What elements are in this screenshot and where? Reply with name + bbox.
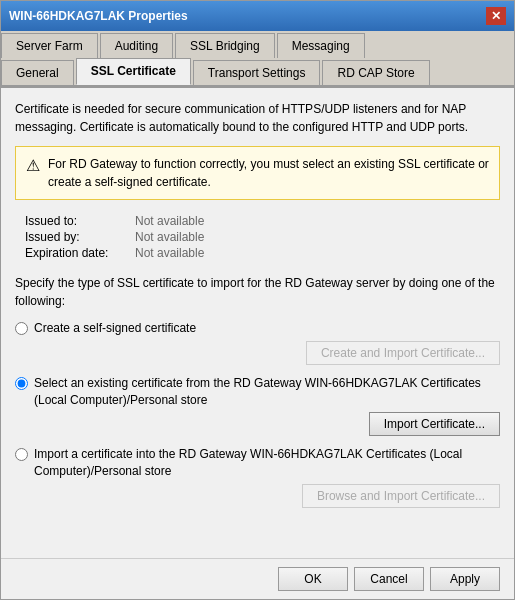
create-import-certificate-button[interactable]: Create and Import Certificate... <box>306 341 500 365</box>
tab-row-2-wrapper: General SSL Certificate Transport Settin… <box>1 58 514 88</box>
tab-auditing[interactable]: Auditing <box>100 33 173 58</box>
tab-container: Server Farm Auditing SSL Bridging Messag… <box>1 31 514 88</box>
issued-to-label: Issued to: <box>25 214 135 228</box>
expiration-value: Not available <box>135 246 204 260</box>
option-1-section: Create a self-signed certificate Create … <box>15 320 500 365</box>
cancel-button[interactable]: Cancel <box>354 567 424 591</box>
option-2-radio[interactable] <box>15 377 28 390</box>
tab-transport-settings[interactable]: Transport Settings <box>193 60 321 85</box>
option-1-button-row: Create and Import Certificate... <box>15 341 500 365</box>
cert-info-section: Issued to: Not available Issued by: Not … <box>15 214 500 260</box>
import-certificate-button[interactable]: Import Certificate... <box>369 412 500 436</box>
issued-to-row: Issued to: Not available <box>25 214 500 228</box>
option-1-label[interactable]: Create a self-signed certificate <box>34 320 196 337</box>
option-2-label[interactable]: Select an existing certificate from the … <box>34 375 500 409</box>
info-text: Certificate is needed for secure communi… <box>15 100 500 136</box>
close-button[interactable]: ✕ <box>486 7 506 25</box>
issued-to-value: Not available <box>135 214 204 228</box>
option-2-button-row: Import Certificate... <box>15 412 500 436</box>
tab-row-2: General SSL Certificate Transport Settin… <box>1 58 514 86</box>
issued-by-value: Not available <box>135 230 204 244</box>
footer: OK Cancel Apply <box>1 558 514 599</box>
option-3-radio[interactable] <box>15 448 28 461</box>
specify-text: Specify the type of SSL certificate to i… <box>15 274 500 310</box>
option-3-label[interactable]: Import a certificate into the RD Gateway… <box>34 446 500 480</box>
option-1-radio[interactable] <box>15 322 28 335</box>
main-window: WIN-66HDKAG7LAK Properties ✕ Server Farm… <box>0 0 515 600</box>
tab-ssl-certificate[interactable]: SSL Certificate <box>76 58 191 85</box>
expiration-label: Expiration date: <box>25 246 135 260</box>
option-3-section: Import a certificate into the RD Gateway… <box>15 446 500 508</box>
tab-rd-cap-store[interactable]: RD CAP Store <box>322 60 429 85</box>
window-title: WIN-66HDKAG7LAK Properties <box>9 9 188 23</box>
tab-ssl-bridging[interactable]: SSL Bridging <box>175 33 275 58</box>
option-1-radio-row: Create a self-signed certificate <box>15 320 500 337</box>
apply-button[interactable]: Apply <box>430 567 500 591</box>
content-area: Certificate is needed for secure communi… <box>1 88 514 558</box>
option-2-section: Select an existing certificate from the … <box>15 375 500 437</box>
ok-button[interactable]: OK <box>278 567 348 591</box>
warning-icon: ⚠ <box>26 156 40 175</box>
expiration-row: Expiration date: Not available <box>25 246 500 260</box>
option-2-radio-row: Select an existing certificate from the … <box>15 375 500 409</box>
tab-row-1: Server Farm Auditing SSL Bridging Messag… <box>1 31 514 58</box>
tab-messaging[interactable]: Messaging <box>277 33 365 58</box>
warning-box: ⚠ For RD Gateway to function correctly, … <box>15 146 500 200</box>
option-3-button-row: Browse and Import Certificate... <box>15 484 500 508</box>
browse-import-certificate-button[interactable]: Browse and Import Certificate... <box>302 484 500 508</box>
title-bar: WIN-66HDKAG7LAK Properties ✕ <box>1 1 514 31</box>
tab-server-farm[interactable]: Server Farm <box>1 33 98 58</box>
option-3-radio-row: Import a certificate into the RD Gateway… <box>15 446 500 480</box>
warning-text: For RD Gateway to function correctly, yo… <box>48 155 489 191</box>
tab-general[interactable]: General <box>1 60 74 85</box>
issued-by-label: Issued by: <box>25 230 135 244</box>
issued-by-row: Issued by: Not available <box>25 230 500 244</box>
